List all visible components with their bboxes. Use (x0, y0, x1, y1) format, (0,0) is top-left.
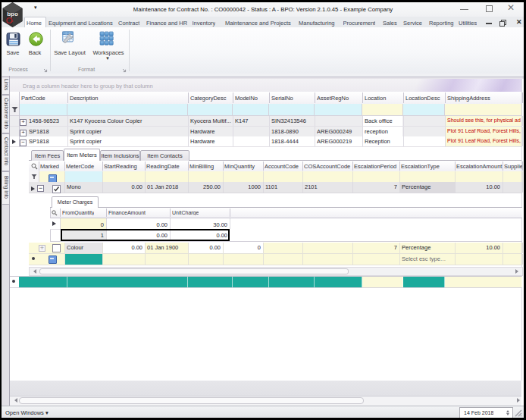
svg-text:bpo: bpo (7, 11, 18, 17)
